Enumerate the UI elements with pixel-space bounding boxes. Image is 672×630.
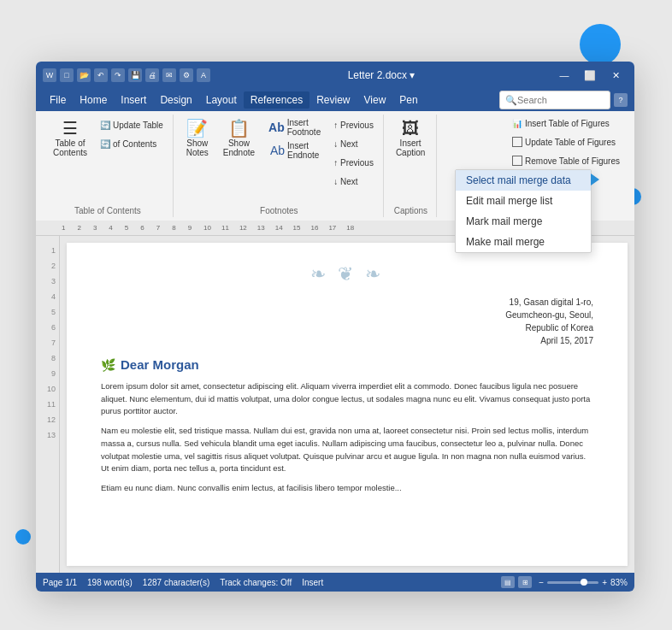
update-tof-label: Update Table of Figures <box>525 138 616 147</box>
menu-references[interactable]: References <box>244 91 309 109</box>
toc-group-label: Table of Contents <box>48 206 168 215</box>
decoration-circle-left <box>15 529 31 545</box>
menu-review[interactable]: Review <box>309 91 357 109</box>
dropdown-make-merge[interactable]: Make mail merge <box>456 232 591 252</box>
dropdown-mark-merge[interactable]: Mark mail merge <box>456 211 591 232</box>
menu-home[interactable]: Home <box>73 91 114 109</box>
toc-buttons: ☰ Table ofContents 🔄 Update Table 🔄 of C… <box>48 116 168 204</box>
greeting-text: Dear Morgan <box>121 357 199 372</box>
captions-group-label: Captions <box>391 206 431 215</box>
checkbox-icon <box>512 137 522 147</box>
menu-bar: File Home Insert Design Layout Reference… <box>36 89 634 111</box>
show-notes-icon: 📝 <box>186 120 208 137</box>
document-ornament: ❧ ❦ ❧ <box>101 263 593 286</box>
dropdown-edit-list[interactable]: Edit mail merge list <box>456 191 591 211</box>
address-line-3: Republic of Korea <box>101 321 593 334</box>
show-notes-button[interactable]: 📝 ShowNotes <box>180 116 215 161</box>
zoom-thumb <box>581 579 587 586</box>
captions-group: 🖼 InsertCaption Captions <box>386 115 437 217</box>
search-box[interactable]: 🔍 <box>499 91 610 109</box>
show-notes-label: ShowNotes <box>186 138 209 157</box>
maximize-button[interactable]: ⬜ <box>578 67 602 84</box>
help-icon[interactable]: ? <box>614 93 628 107</box>
save-icon[interactable]: 💾 <box>128 68 142 82</box>
open-icon[interactable]: 📂 <box>77 68 91 82</box>
update-tof-button[interactable]: Update Table of Figures <box>508 133 624 150</box>
document-page[interactable]: ❧ ❦ ❧ 19, Gasan digital 1-ro, Geumcheon-… <box>67 243 628 566</box>
remove-tof-label: Remove Table of Figures <box>525 156 620 166</box>
insert-en-icon: Ab <box>270 144 285 157</box>
next-endnote-button[interactable]: ↓ Next <box>329 173 378 190</box>
word-logo-icon: W <box>43 68 56 82</box>
menu-design[interactable]: Design <box>153 91 198 109</box>
update-table-button2[interactable]: 🔄 of Contents <box>96 135 168 152</box>
insert-en-label: InsertEndnote <box>287 141 319 160</box>
new-icon[interactable]: □ <box>60 68 74 82</box>
prev-footnote-button[interactable]: ↑ Previous <box>329 116 378 133</box>
insert-endnote-button[interactable]: Ab InsertEndnote <box>263 139 326 161</box>
line-1: 1 <box>39 243 56 258</box>
menu-view[interactable]: View <box>357 91 393 109</box>
close-button[interactable]: ✕ <box>604 67 628 84</box>
search-input[interactable] <box>517 95 604 105</box>
app-window: W □ 📂 ↶ ↷ 💾 🖨 ✉ ⚙ A Letter 2.docx ▾ — ⬜ … <box>36 62 634 592</box>
toc-icon: ☰ <box>62 120 78 137</box>
address-line-4: April 15, 2017 <box>101 334 593 347</box>
table-of-contents-button[interactable]: ☰ Table ofContents <box>48 116 92 161</box>
line-12: 12 <box>39 412 56 427</box>
char-count: 1287 character(s) <box>143 578 209 587</box>
show-endnote-button[interactable]: 📋 ShowEndnote <box>218 116 260 161</box>
footnote-group-label: Footnotes <box>180 206 378 215</box>
ruler-marks: 1 2 3 4 5 6 7 8 9 10 11 12 13 14 15 16 1… <box>62 224 354 232</box>
word-count: 198 word(s) <box>87 578 133 587</box>
remove-tof-button[interactable]: Remove Table of Figures <box>508 152 624 169</box>
format-icon[interactable]: A <box>197 68 210 82</box>
update-icon: 🔄 <box>100 121 110 130</box>
document-content[interactable]: ❧ ❦ ❧ 19, Gasan digital 1-ro, Geumcheon-… <box>60 236 634 573</box>
zoom-minus[interactable]: − <box>539 578 544 587</box>
dropdown-arrow <box>591 174 599 185</box>
footnotes-group: 📝 ShowNotes 📋 ShowEndnote Ab InsertFootn… <box>175 115 384 217</box>
status-right: ▤ ⊞ − + 83% <box>501 576 628 588</box>
insert-footnote-button[interactable]: Ab InsertFootnote <box>263 116 326 138</box>
window-controls: — ⬜ ✕ <box>552 67 628 84</box>
decoration-circle-top <box>580 24 621 65</box>
document-address: 19, Gasan digital 1-ro, Geumcheon-gu, Se… <box>101 296 593 347</box>
next-footnote-button[interactable]: ↓ Next <box>329 135 378 152</box>
menu-insert[interactable]: Insert <box>114 91 153 109</box>
zoom-slider[interactable] <box>547 581 598 584</box>
toc-label: Table ofContents <box>53 138 87 157</box>
menu-layout[interactable]: Layout <box>199 91 244 109</box>
dropdown-select-data[interactable]: Select mail merge data <box>456 170 591 191</box>
document-greeting: 🌿 Dear Morgan <box>101 357 593 372</box>
address-line-1: 19, Gasan digital 1-ro, <box>101 296 593 309</box>
show-endnote-label: ShowEndnote <box>223 138 255 157</box>
single-view-icon[interactable]: ▤ <box>501 576 515 588</box>
track-changes-status: Track changes: Off <box>220 578 292 587</box>
redo-icon[interactable]: ↷ <box>111 68 125 82</box>
caption-label: InsertCaption <box>396 138 425 157</box>
line-3: 3 <box>39 274 56 289</box>
grid-view-icon[interactable]: ⊞ <box>518 576 532 588</box>
toc-group: ☰ Table ofContents 🔄 Update Table 🔄 of C… <box>43 115 174 217</box>
zoom-plus[interactable]: + <box>602 578 607 587</box>
minimize-button[interactable]: — <box>552 67 576 84</box>
update2-icon: 🔄 <box>100 139 110 149</box>
insert-tof-button[interactable]: 📊 Insert Table of Figures <box>508 115 624 132</box>
zoom-control: − + 83% <box>539 578 628 587</box>
caption-icon: 🖼 <box>402 120 419 137</box>
undo-icon[interactable]: ↶ <box>94 68 108 82</box>
prev-endnote-button[interactable]: ↑ Previous <box>329 154 378 171</box>
menu-file[interactable]: File <box>43 91 73 109</box>
email-icon[interactable]: ✉ <box>162 68 176 82</box>
settings-icon[interactable]: ⚙ <box>180 68 193 82</box>
print-icon[interactable]: 🖨 <box>145 68 159 82</box>
show-endnote-icon: 📋 <box>228 120 250 137</box>
menu-pen[interactable]: Pen <box>392 91 424 109</box>
insert-fn-label: InsertFootnote <box>287 118 321 137</box>
document-area: 1 2 3 4 5 6 7 8 9 10 11 12 13 ❧ ❦ ❧ 19, … <box>36 236 634 573</box>
leaf-icon: 🌿 <box>101 358 115 372</box>
update-table-button[interactable]: 🔄 Update Table <box>96 116 168 133</box>
insert-caption-button[interactable]: 🖼 InsertCaption <box>391 116 430 161</box>
zoom-level: 83% <box>610 578 628 587</box>
